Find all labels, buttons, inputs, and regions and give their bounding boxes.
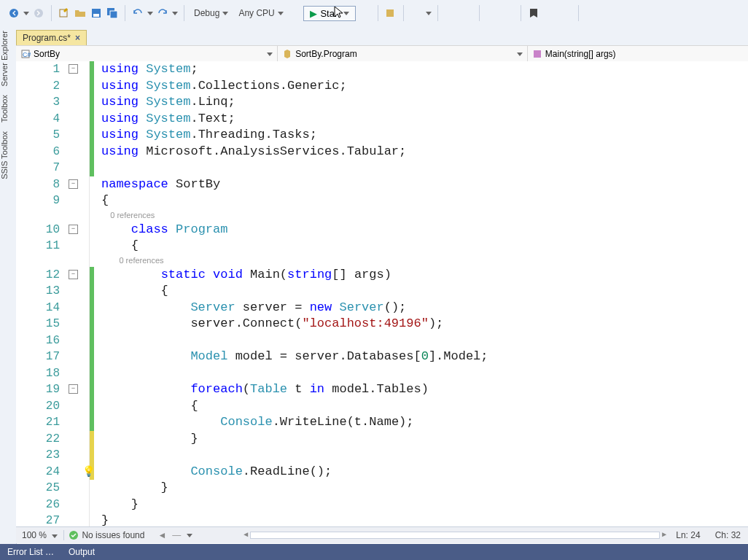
line-number: 21 [16,414,89,431]
next-bookmark-button[interactable] [559,7,572,20]
expand-all-button[interactable] [585,7,598,20]
attach-button[interactable] [359,7,372,20]
save-button[interactable] [90,7,103,20]
prev-issue-icon[interactable]: ◄ [157,530,166,540]
fold-toggle[interactable]: − [69,384,78,394]
change-marks [90,61,96,526]
next-issue-icon[interactable]: — [172,530,181,540]
codelens-references[interactable]: 0 references [101,209,748,221]
comment-button[interactable] [444,7,457,20]
fold-toggle[interactable]: − [69,225,78,234]
change-mark [90,300,94,316]
code-line[interactable]: } [101,431,748,448]
toolbox-button[interactable] [410,7,423,20]
start-debug-button[interactable]: ▶Start [303,6,355,21]
change-mark [90,381,94,398]
type-dropdown[interactable]: SortBy.Program [278,46,528,62]
nav-back-dropdown[interactable] [23,12,29,15]
code-line[interactable] [101,365,748,382]
code-line[interactable]: using System.Threading.Tasks; [101,127,748,144]
code-line[interactable]: using System.Collections.Generic; [101,78,748,95]
code-line[interactable]: namespace SortBy [101,176,748,193]
ssis-toolbox-tab[interactable]: SSIS Toolbox [0,127,9,184]
code-line[interactable]: using Microsoft.AnalysisServices.Tabular… [101,144,748,160]
nav-forward-button[interactable] [32,7,45,20]
toolbox-tab[interactable]: Toolbox [0,90,9,127]
redo-button[interactable] [156,7,169,20]
line-number: 18 [16,365,89,382]
zoom-level-dropdown[interactable]: 100 % [16,530,64,540]
toolbar: Debug Any CPU ▶Start [0,0,748,27]
error-list-tab[interactable]: Error List … [0,544,61,560]
doc-tab-label: Program.cs* [23,33,71,43]
fold-toggle[interactable]: − [69,64,78,74]
code-line[interactable] [101,160,748,176]
lightbulb-icon[interactable]: 💡 [82,464,95,481]
fold-toggle[interactable]: − [69,270,78,279]
doc-tab-program-cs[interactable]: Program.cs* × [16,30,87,45]
code-line[interactable]: } [101,480,748,497]
issues-indicator[interactable]: No issues found [64,530,149,540]
fold-toggle[interactable]: − [69,179,78,189]
output-tab[interactable]: Output [61,544,102,560]
toolbox-dropdown[interactable] [426,12,432,15]
code-editor[interactable]: 1−2345678−910−1112−13141516171819−202122… [16,61,748,526]
nav-back-button[interactable] [7,7,20,20]
line-number: 1− [16,61,89,78]
change-mark [90,238,94,254]
method-icon [532,49,542,59]
horizontal-scrollbar[interactable]: ◄ ► [250,532,660,539]
new-project-button[interactable] [58,7,71,20]
server-explorer-tab[interactable]: Server Explorer [0,26,9,90]
code-line[interactable]: } [101,497,748,513]
issue-options[interactable] [187,534,192,537]
code-line[interactable] [101,332,748,349]
line-number: 9 [16,192,89,209]
change-mark [90,192,94,209]
line-number: 16 [16,332,89,349]
code-line[interactable]: using System; [101,61,748,78]
change-mark [90,176,94,193]
code-line[interactable]: 💡 Console.ReadLine(); [101,464,748,481]
code-line[interactable]: using System.Linq; [101,94,748,111]
change-mark [90,332,94,349]
code-line[interactable]: Server server = new Server(); [101,300,748,316]
code-line[interactable]: foreach(Table t in model.Tables) [101,381,748,398]
outdent-button[interactable] [502,7,515,20]
solution-platform-dropdown[interactable]: Any CPU [235,6,300,20]
uncomment-button[interactable] [460,7,473,20]
undo-button[interactable] [131,7,144,20]
line-number: 27 [16,513,89,526]
bookmark-button[interactable] [527,7,540,20]
undo-dropdown[interactable] [147,12,153,15]
save-all-button[interactable] [106,7,119,20]
indent-button[interactable] [486,7,499,20]
scope-dropdown[interactable]: C# SortBy [16,46,278,62]
code-line[interactable]: { [101,192,748,209]
code-line[interactable]: } [101,513,748,526]
code-content[interactable]: using System;using System.Collections.Ge… [96,61,748,526]
change-mark [90,431,94,448]
code-line[interactable]: server.Connect("localhost:49196"); [101,316,748,332]
solution-config-dropdown[interactable]: Debug [190,6,232,20]
prev-bookmark-button[interactable] [543,7,556,20]
svg-point-1 [34,9,43,18]
line-number: 25 [16,480,89,497]
code-line[interactable]: Model model = server.Databases[0].Model; [101,349,748,365]
open-file-button[interactable] [74,7,87,20]
code-line[interactable]: { [101,398,748,415]
code-line[interactable]: static void Main(string[] args) [101,267,748,284]
code-line[interactable]: { [101,283,748,300]
codelens-references[interactable]: 0 references [101,254,748,266]
code-line[interactable]: Console.WriteLine(t.Name); [101,414,748,431]
editor-status-bar: 100 % No issues found ◄ — ◄ ► Ln: 24 Ch:… [16,526,748,543]
member-dropdown[interactable]: Main(string[] args) [528,46,748,62]
redo-dropdown[interactable] [172,12,178,15]
find-in-files-button[interactable] [384,7,397,20]
code-line[interactable]: using System.Text; [101,111,748,128]
line-number: 14 [16,300,89,316]
code-line[interactable]: { [101,238,748,254]
code-line[interactable] [101,447,748,464]
close-tab-icon[interactable]: × [75,33,80,43]
code-line[interactable]: class Program [101,222,748,238]
